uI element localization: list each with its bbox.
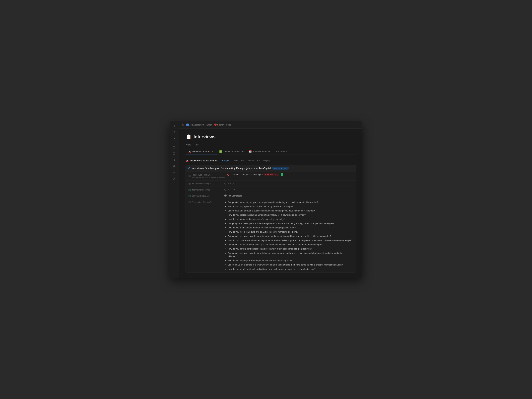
interview-date-label-text: Interview Date (JAT) bbox=[192, 189, 210, 191]
question-5: How do you measure the success of a mark… bbox=[228, 218, 353, 221]
breadcrumb-nodes-label: Search Nodes bbox=[217, 124, 231, 126]
svg-rect-17 bbox=[189, 195, 190, 197]
breadcrumb-nodes[interactable]: Search Nodes bbox=[214, 124, 231, 126]
svg-point-16 bbox=[224, 189, 226, 190]
titlebar: / Job Application Tracker / Search Nodes bbox=[179, 121, 362, 128]
job-tag: # job post (JAT) bbox=[264, 173, 279, 176]
pin-icon[interactable] bbox=[171, 170, 177, 175]
not-completed-indicator: Not Completed bbox=[224, 195, 353, 197]
property-interview-date: Interview Date (JAT) Add date bbox=[186, 187, 356, 193]
interview-status-label-text: Interview Status (JAT) bbox=[192, 195, 211, 197]
job-title: Marketing Manager at TrouDigital bbox=[231, 173, 262, 176]
interview-tag: # interview (JAT) bbox=[272, 167, 289, 170]
interview-location-value[interactable]: Empty bbox=[224, 182, 353, 185]
question-16: How do you handle feedback and criticism… bbox=[228, 267, 353, 271]
question-11: Can you tell us about a time when you ha… bbox=[228, 243, 353, 246]
related-job-post-hint: Just tag the job post using the @ symbol bbox=[192, 177, 225, 179]
question-4: How do you approach creating a marketing… bbox=[228, 213, 353, 217]
add-tab-label: + Add tab bbox=[278, 150, 287, 153]
svg-rect-18 bbox=[189, 201, 190, 203]
preparation-qns-label-text: Preparation Qns (JAT) bbox=[192, 201, 211, 203]
content-area: 📋 Interviews View Filter 🚗 Interviews To… bbox=[179, 128, 362, 278]
svg-rect-9 bbox=[189, 176, 190, 176]
calendar-icon[interactable] bbox=[171, 145, 177, 150]
status-dot bbox=[188, 167, 190, 169]
edit-query-button[interactable]: Edit query bbox=[221, 159, 231, 162]
question-2: How do you stay updated on current marke… bbox=[228, 205, 353, 208]
question-9: Can you discuss your experience with soc… bbox=[228, 234, 353, 238]
not-completed-circle bbox=[224, 195, 227, 197]
preparation-qns-label: Preparation Qns (JAT) bbox=[188, 201, 222, 203]
tab-completed-interviews[interactable]: ✅ Completed Interviews bbox=[217, 149, 246, 154]
breadcrumb: / Job Application Tracker / Search Nodes bbox=[182, 124, 231, 126]
property-icon-status bbox=[188, 195, 191, 197]
section-actions: Edit query View Filter Group Sort Displa… bbox=[221, 159, 271, 162]
not-completed-circle-inner bbox=[225, 195, 226, 196]
question-12: How do you handle tight deadlines and pr… bbox=[228, 247, 353, 251]
view-action-button[interactable]: View bbox=[232, 159, 239, 162]
settings-icon[interactable] bbox=[171, 176, 177, 182]
section-title: 🚗 Interviews To Attend To bbox=[185, 159, 217, 162]
tab-icon-completed: ✅ bbox=[219, 150, 222, 153]
page-title: Interviews bbox=[194, 134, 215, 139]
back-icon[interactable] bbox=[171, 129, 177, 135]
breadcrumb-tracker[interactable]: Job Application Tracker bbox=[186, 124, 212, 126]
main-content: / Job Application Tracker / Search Nodes… bbox=[179, 121, 362, 278]
interview-date-label: Interview Date (JAT) bbox=[188, 188, 222, 191]
interview-location-empty: Empty bbox=[224, 182, 234, 185]
svg-rect-11 bbox=[189, 183, 190, 184]
sidebar bbox=[170, 121, 179, 278]
tab-add-button[interactable]: ⊕ + Add tab bbox=[274, 149, 289, 154]
question-3: Can you walk us through a successful mar… bbox=[228, 209, 353, 212]
preparation-qns-value: Can you tell us about your previous expe… bbox=[224, 201, 353, 271]
svg-point-14 bbox=[224, 183, 226, 184]
interview-status-value[interactable]: Not Completed bbox=[224, 195, 353, 197]
display-action-button[interactable]: Display bbox=[262, 159, 271, 162]
tabs-bar: 🚗 Interviews To Attend To ✅ Completed In… bbox=[185, 149, 356, 154]
filter-button[interactable]: Filter bbox=[194, 143, 200, 146]
sort-action-button[interactable]: Sort bbox=[256, 159, 261, 162]
related-job-post-content: Marketing Manager at TrouDigital # job p… bbox=[227, 173, 353, 176]
sidebar-toggle-icon[interactable] bbox=[171, 123, 177, 128]
tracker-icon bbox=[186, 124, 189, 126]
forward-icon[interactable] bbox=[171, 136, 177, 141]
related-job-post-value[interactable]: Marketing Manager at TrouDigital # job p… bbox=[227, 173, 353, 176]
view-button[interactable]: View bbox=[185, 143, 191, 146]
nodes-icon bbox=[214, 124, 217, 126]
page-icon: 📋 bbox=[185, 134, 191, 140]
tab-icon-attend: 🚗 bbox=[188, 150, 191, 153]
interview-card: Interview at Southampton for Marketing M… bbox=[185, 165, 356, 273]
tab-interview-schedule[interactable]: 📅 Interview Schedule bbox=[246, 149, 274, 154]
svg-rect-13 bbox=[189, 184, 190, 184]
job-checkmark-icon: ✓ bbox=[281, 173, 283, 176]
lightning-icon[interactable] bbox=[171, 157, 177, 163]
interview-location-label-text: Interview Location (JAT) bbox=[192, 183, 213, 185]
property-related-job-post: Related Job Post (JAT) Just tag the job … bbox=[186, 172, 356, 181]
interview-date-value[interactable]: Add date bbox=[224, 188, 353, 191]
job-status-dot bbox=[227, 174, 229, 176]
svg-point-7 bbox=[182, 124, 183, 125]
group-action-button[interactable]: Group bbox=[247, 159, 255, 162]
interview-date-add: Add date bbox=[224, 188, 236, 191]
breadcrumb-home[interactable] bbox=[182, 124, 184, 126]
search-icon[interactable] bbox=[171, 164, 177, 169]
property-icon-job bbox=[188, 175, 191, 177]
svg-point-5 bbox=[174, 178, 175, 179]
tab-icon-schedule: 📅 bbox=[249, 150, 252, 153]
interview-status-label: Interview Status (JAT) bbox=[188, 195, 222, 197]
property-icon-location bbox=[188, 183, 191, 185]
tab-interviews-to-attend[interactable]: 🚗 Interviews To Attend To bbox=[185, 149, 217, 154]
related-job-post-label: Related Job Post (JAT) Just tag the job … bbox=[188, 173, 225, 179]
tab-label-attend: Interviews To Attend To bbox=[192, 150, 214, 153]
page-header: 📋 Interviews bbox=[185, 134, 356, 140]
question-6: Can you give an example of a time when y… bbox=[228, 222, 353, 225]
svg-rect-19 bbox=[189, 202, 190, 202]
interview-card-header[interactable]: Interview at Southampton for Marketing M… bbox=[186, 165, 356, 172]
filter-action-button[interactable]: Filter bbox=[240, 159, 246, 162]
inbox-icon[interactable] bbox=[171, 151, 177, 156]
not-completed-text: Not Completed bbox=[228, 195, 242, 197]
question-8: How do you incorporate data and analytic… bbox=[228, 230, 353, 234]
svg-rect-1 bbox=[174, 125, 175, 127]
interview-location-label: Interview Location (JAT) bbox=[188, 182, 222, 185]
property-icon-date bbox=[188, 189, 191, 191]
